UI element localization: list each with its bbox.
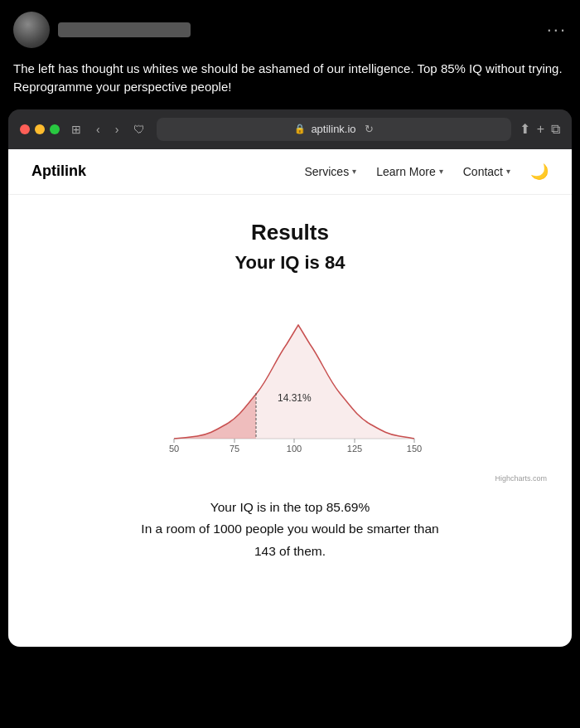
nav-learn-more[interactable]: Learn More ▾ <box>376 165 443 178</box>
chevron-down-icon: ▾ <box>506 167 510 176</box>
nav-services[interactable]: Services ▾ <box>304 165 356 178</box>
reload-icon[interactable]: ↻ <box>365 123 374 135</box>
site-logo: Aptilink <box>31 163 86 180</box>
webpage-content: Aptilink Services ▾ Learn More ▾ Contact… <box>8 149 572 647</box>
post-header: ··· <box>0 0 580 56</box>
post-text: The left has thought us whites we should… <box>0 56 580 109</box>
add-tab-icon[interactable]: + <box>537 122 544 137</box>
close-button[interactable] <box>20 124 30 134</box>
browser-window: ⊞ ‹ › 🛡 🔒 aptilink.io ↻ ⬆ + ⧉ Aptilink S… <box>8 109 572 647</box>
svg-text:50: 50 <box>169 444 179 454</box>
browser-toolbar: ⊞ ‹ › 🛡 🔒 aptilink.io ↻ ⬆ + ⧉ <box>8 109 572 149</box>
stat-room-people: In a room of 1000 people you would be sm… <box>25 519 555 540</box>
stat-smarter-count: 143 of them. <box>25 541 555 562</box>
svg-text:125: 125 <box>347 444 362 454</box>
address-bar[interactable]: 🔒 aptilink.io ↻ <box>157 118 510 141</box>
svg-text:75: 75 <box>230 444 239 454</box>
svg-text:100: 100 <box>287 444 302 454</box>
dark-mode-toggle[interactable]: 🌙 <box>530 163 549 181</box>
tabs-icon[interactable]: ⧉ <box>551 122 560 137</box>
share-icon[interactable]: ⬆ <box>520 121 530 137</box>
more-options-icon[interactable]: ··· <box>547 19 567 41</box>
browser-actions: ⬆ + ⧉ <box>520 121 560 137</box>
chevron-down-icon: ▾ <box>439 167 443 176</box>
chart-credit: Highcharts.com <box>25 474 555 483</box>
lock-icon: 🔒 <box>294 124 306 134</box>
sidebar-icon[interactable]: ⊞ <box>68 121 85 138</box>
chevron-down-icon: ▾ <box>352 167 356 176</box>
site-nav: Aptilink Services ▾ Learn More ▾ Contact… <box>8 149 572 195</box>
fullscreen-button[interactable] <box>50 124 60 134</box>
back-button[interactable]: ‹ <box>93 121 104 138</box>
result-stats: Your IQ is in the top 85.69% In a room o… <box>25 497 555 562</box>
nav-links: Services ▾ Learn More ▾ Contact ▾ 🌙 <box>304 163 549 181</box>
traffic-lights <box>20 124 60 134</box>
post-user <box>13 12 191 48</box>
minimize-button[interactable] <box>35 124 45 134</box>
iq-score: Your IQ is 84 <box>25 252 555 274</box>
nav-contact[interactable]: Contact ▾ <box>463 165 510 178</box>
forward-button[interactable]: › <box>112 121 123 138</box>
stat-top-percent: Your IQ is in the top 85.69% <box>25 497 555 518</box>
results-title: Results <box>25 220 555 245</box>
avatar <box>13 12 50 48</box>
shield-icon[interactable]: 🛡 <box>130 121 148 138</box>
url-text: aptilink.io <box>311 123 355 135</box>
svg-text:150: 150 <box>407 444 422 454</box>
iq-chart: 50 75 100 125 150 14.31% <box>149 294 431 468</box>
username-bar <box>58 22 191 37</box>
svg-text:14.31%: 14.31% <box>278 392 312 404</box>
results-section: Results Your IQ is 84 <box>8 195 572 589</box>
